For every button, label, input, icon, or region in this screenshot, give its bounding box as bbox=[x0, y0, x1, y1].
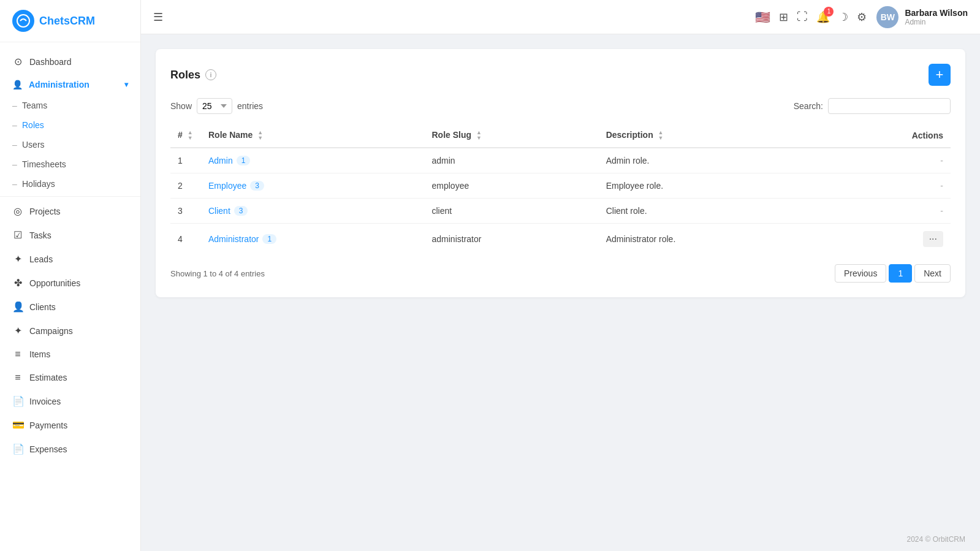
notification-count: 1 bbox=[824, 7, 834, 17]
entries-label: entries bbox=[237, 101, 263, 111]
card-title: Roles i bbox=[170, 69, 216, 82]
cell-role-name: Client 3 bbox=[201, 199, 425, 224]
sidebar-leads-label: Leads bbox=[29, 254, 53, 264]
sidebar-item-teams[interactable]: Users bbox=[0, 135, 140, 154]
user-details: Barbara Wilson Admin bbox=[905, 8, 968, 26]
sidebar-item-roles[interactable]: Roles bbox=[0, 115, 140, 135]
table-controls: Show 25 10 50 100 entries Search: bbox=[170, 98, 951, 114]
user-role: Admin bbox=[905, 18, 968, 26]
table-header: # ▲▼ Role Name ▲▼ Role Slug ▲▼ Descrip bbox=[170, 124, 951, 148]
search-box: Search: bbox=[794, 98, 951, 114]
sidebar-item-label: Dashboard bbox=[29, 57, 72, 67]
col-description: Description ▲▼ bbox=[599, 124, 826, 148]
tasks-icon: ☑ bbox=[12, 229, 23, 241]
campaigns-icon: ✦ bbox=[12, 325, 23, 336]
sidebar-item-items[interactable]: ≡ Items bbox=[0, 343, 140, 366]
sidebar-item-users[interactable]: Teams bbox=[0, 96, 140, 115]
sidebar-payments-label: Payments bbox=[29, 420, 67, 430]
user-info[interactable]: BW Barbara Wilson Admin bbox=[876, 6, 968, 28]
clients-icon: 👤 bbox=[12, 301, 23, 313]
projects-icon: ◎ bbox=[12, 205, 23, 217]
dashboard-icon: ⊙ bbox=[12, 56, 23, 67]
footer: 2024 © OrbitCRM bbox=[141, 528, 980, 551]
sidebar-item-invoices[interactable]: 📄 Invoices bbox=[0, 389, 140, 413]
role-badge: 3 bbox=[234, 206, 248, 216]
role-name-link[interactable]: Admin 1 bbox=[208, 156, 250, 165]
cell-description: Administrator role. bbox=[599, 224, 826, 255]
table-row: 2 Employee 3 employee Employee role. - bbox=[170, 173, 951, 199]
action-dash: - bbox=[940, 181, 943, 191]
cell-role-name: Administrator 1 bbox=[201, 224, 425, 255]
cell-num: 2 bbox=[170, 173, 201, 199]
sidebar-roles-label: Roles bbox=[22, 120, 44, 130]
payments-icon: 💳 bbox=[12, 419, 23, 431]
sidebar-item-holidays[interactable]: Holidays bbox=[0, 174, 140, 194]
dark-mode-icon[interactable]: ☽ bbox=[838, 10, 848, 24]
sidebar-item-timesheets[interactable]: Timesheets bbox=[0, 154, 140, 174]
cell-role-slug: employee bbox=[425, 173, 599, 199]
expenses-icon: 📄 bbox=[12, 443, 23, 455]
next-button[interactable]: Next bbox=[914, 264, 951, 283]
avatar: BW bbox=[876, 6, 898, 28]
cell-description: Employee role. bbox=[599, 173, 826, 199]
fullscreen-icon[interactable]: ⛶ bbox=[797, 10, 808, 23]
add-role-button[interactable]: + bbox=[929, 64, 951, 86]
page-1-button[interactable]: 1 bbox=[889, 264, 912, 283]
actions-menu-button[interactable]: ··· bbox=[923, 231, 943, 247]
role-badge: 3 bbox=[250, 181, 264, 191]
role-name-link[interactable]: Administrator 1 bbox=[208, 234, 276, 244]
grid-icon[interactable]: ⊞ bbox=[779, 10, 788, 24]
sidebar: ChetsCRM ⊙ Dashboard 👤 Administration ▾ … bbox=[0, 0, 141, 551]
action-dash: - bbox=[940, 156, 943, 165]
sidebar-item-expenses[interactable]: 📄 Expenses bbox=[0, 437, 140, 461]
sidebar-item-estimates[interactable]: ≡ Estimates bbox=[0, 366, 140, 389]
role-name-link[interactable]: Employee 3 bbox=[208, 181, 264, 191]
role-badge: 1 bbox=[262, 234, 276, 244]
header: ☰ 🇺🇸 ⊞ ⛶ 🔔 1 ☽ ⚙ BW Barbara Wilson Admin bbox=[141, 0, 980, 34]
svg-point-0 bbox=[17, 15, 29, 27]
opportunities-icon: ✤ bbox=[12, 277, 23, 289]
sidebar-item-tasks[interactable]: ☑ Tasks bbox=[0, 223, 140, 247]
col-role-name[interactable]: Role Name ▲▼ bbox=[201, 124, 425, 148]
sidebar-item-clients[interactable]: 👤 Clients bbox=[0, 295, 140, 319]
sidebar-holidays-label: Holidays bbox=[22, 179, 55, 189]
sidebar-administration-label: Administration bbox=[29, 80, 89, 89]
sidebar-expenses-label: Expenses bbox=[29, 444, 67, 454]
sidebar-clients-label: Clients bbox=[29, 302, 56, 312]
sidebar-item-projects[interactable]: ◎ Projects bbox=[0, 199, 140, 223]
search-label: Search: bbox=[794, 101, 823, 111]
col-role-slug: Role Slug ▲▼ bbox=[425, 124, 599, 148]
hamburger-button[interactable]: ☰ bbox=[153, 10, 163, 24]
cell-description: Client role. bbox=[599, 199, 826, 224]
cell-description: Admin role. bbox=[599, 148, 826, 173]
info-icon[interactable]: i bbox=[205, 69, 216, 80]
cell-num: 1 bbox=[170, 148, 201, 173]
cell-actions: - bbox=[826, 199, 951, 224]
sort-role-name-icon: ▲▼ bbox=[257, 130, 263, 141]
sidebar-item-leads[interactable]: ✦ Leads bbox=[0, 247, 140, 271]
table-row: 1 Admin 1 admin Admin role. - bbox=[170, 148, 951, 173]
entries-select[interactable]: 25 10 50 100 bbox=[197, 98, 232, 114]
sidebar-users-label: Teams bbox=[22, 101, 47, 110]
card-header: Roles i + bbox=[170, 64, 951, 86]
language-flag[interactable]: 🇺🇸 bbox=[755, 10, 770, 25]
sidebar-item-opportunities[interactable]: ✤ Opportunities bbox=[0, 271, 140, 295]
role-name-link[interactable]: Client 3 bbox=[208, 206, 248, 216]
sidebar-item-dashboard[interactable]: ⊙ Dashboard bbox=[0, 50, 140, 74]
action-dash: - bbox=[940, 206, 943, 216]
settings-icon[interactable]: ⚙ bbox=[857, 10, 867, 24]
sidebar-tasks-label: Tasks bbox=[29, 230, 51, 240]
search-input[interactable] bbox=[828, 98, 951, 114]
pagination-controls: Previous 1 Next bbox=[835, 264, 951, 283]
notification-bell[interactable]: 🔔 1 bbox=[816, 10, 830, 24]
logo[interactable]: ChetsCRM bbox=[0, 0, 140, 42]
cell-actions: - bbox=[826, 148, 951, 173]
col-num: # ▲▼ bbox=[170, 124, 201, 148]
cell-role-slug: client bbox=[425, 199, 599, 224]
sidebar-item-campaigns[interactable]: ✦ Campaigns bbox=[0, 319, 140, 343]
sidebar-item-administration[interactable]: 👤 Administration ▾ bbox=[0, 74, 140, 96]
sidebar-item-payments[interactable]: 💳 Payments bbox=[0, 413, 140, 437]
user-name: Barbara Wilson bbox=[905, 8, 968, 18]
previous-button[interactable]: Previous bbox=[835, 264, 886, 283]
logo-icon bbox=[12, 10, 34, 32]
